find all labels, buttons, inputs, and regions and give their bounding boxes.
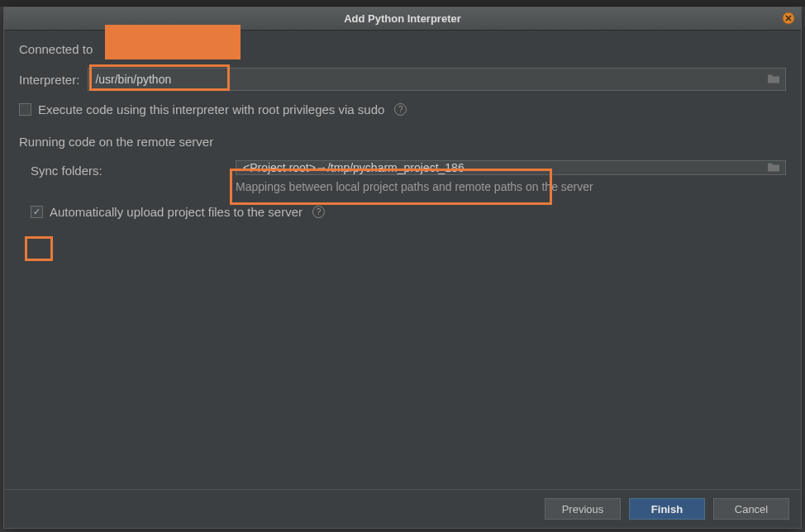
help-icon[interactable]: ? [394, 103, 407, 116]
interpreter-input[interactable]: /usr/bin/python [88, 68, 786, 91]
close-icon [782, 12, 795, 25]
sudo-label: Execute code using this interpreter with… [38, 102, 384, 116]
folder-icon[interactable] [767, 73, 780, 87]
interpreter-row: Interpreter: /usr/bin/python [19, 68, 786, 91]
sudo-checkbox[interactable] [19, 103, 31, 116]
sync-folders-input[interactable]: <Project root>→/tmp/pycharm_project_186 [236, 160, 786, 175]
auto-upload-label: Automatically upload project files to th… [50, 205, 302, 219]
finish-button[interactable]: Finish [629, 498, 705, 520]
sudo-row: Execute code using this interpreter with… [19, 102, 786, 116]
remote-section-title: Running code on the remote server [19, 135, 786, 149]
titlebar: Add Python Interpreter [4, 7, 801, 31]
connected-label: Connected to [19, 42, 93, 56]
connected-row: Connected to [19, 42, 786, 56]
button-bar: Previous Finish Cancel [4, 489, 801, 528]
interpreter-label: Interpreter: [19, 73, 79, 87]
sync-label: Sync folders: [31, 164, 102, 178]
cancel-button[interactable]: Cancel [713, 498, 789, 520]
spacer [19, 230, 786, 481]
folder-icon[interactable] [767, 161, 780, 175]
dialog-content: Connected to Interpreter: /usr/bin/pytho… [4, 31, 801, 489]
sync-hint: Mappings between local project paths and… [236, 180, 786, 193]
sync-row: Sync folders: <Project root>→/tmp/pychar… [19, 160, 786, 193]
interpreter-value: /usr/bin/python [95, 73, 779, 86]
auto-upload-checkbox[interactable] [31, 206, 43, 218]
previous-button[interactable]: Previous [545, 498, 621, 520]
sync-value: <Project root>→/tmp/pycharm_project_186 [243, 161, 779, 174]
dialog-title: Add Python Interpreter [344, 12, 461, 25]
help-icon[interactable]: ? [312, 206, 325, 218]
auto-upload-row: Automatically upload project files to th… [31, 205, 786, 219]
add-interpreter-dialog: Add Python Interpreter Connected to Inte… [3, 7, 802, 529]
close-button[interactable] [781, 11, 796, 26]
background-strip [0, 0, 805, 7]
